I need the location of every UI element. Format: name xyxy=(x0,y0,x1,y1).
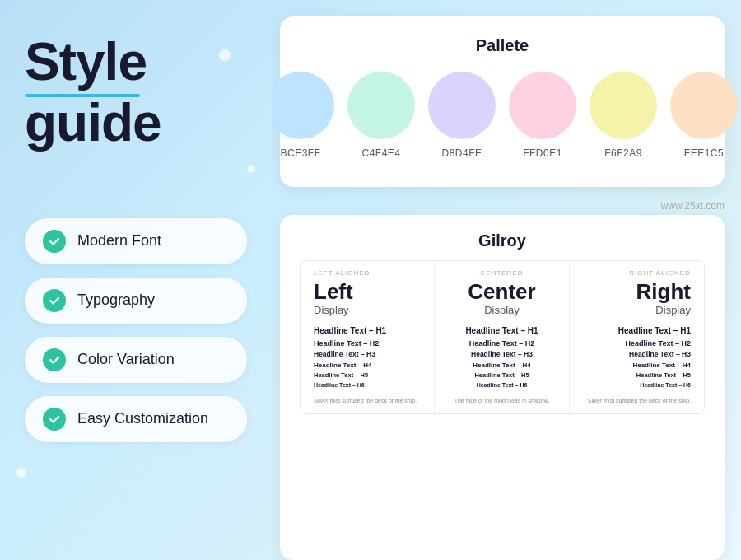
features-list: Modern Font Typography Color Variation xyxy=(25,218,247,442)
col-alignment-label: CENTERED xyxy=(448,269,555,277)
color-label: BCE3FF xyxy=(280,147,320,159)
watermark: www.25xt.com xyxy=(280,197,725,215)
decorative-dot xyxy=(219,49,231,61)
headline-h2: Headline Text – H2 xyxy=(448,338,555,349)
check-icon xyxy=(43,230,66,253)
typo-col-right: RIGHT ALIGNED Right Display Headline Tex… xyxy=(570,261,704,413)
color-label: FEE1C5 xyxy=(684,147,724,159)
headline-h5: Headline Text – H5 xyxy=(583,371,691,380)
color-item-FFD0E1: FFD0E1 xyxy=(509,72,576,159)
palette-circles: BCE3FF C4F4E4 D8D4FE FFD0E1 F6F2A9 FEE1C… xyxy=(305,72,700,159)
body-text: The face of the moon was in shadow. xyxy=(448,397,555,406)
feature-item-color-variation: Color Variation xyxy=(25,337,247,383)
col-sub-label: Display xyxy=(314,304,421,316)
color-label: FFD0E1 xyxy=(523,147,562,159)
headline-h1: Headline Text – H1 xyxy=(314,324,421,338)
check-icon xyxy=(43,289,66,312)
color-circle xyxy=(428,72,496,139)
typo-col-center: CENTERED Center Display Headline Text – … xyxy=(435,261,569,413)
col-main-label: Center xyxy=(448,280,555,304)
feature-label: Color Variation xyxy=(77,351,175,368)
decorative-dot xyxy=(247,165,255,173)
typography-inner: LEFT ALIGNED Left Display Headline Text … xyxy=(300,260,705,414)
color-circle xyxy=(509,72,576,139)
decorative-dot xyxy=(16,468,26,478)
headline-h2: Headline Text – H2 xyxy=(314,338,421,349)
left-panel: Style guide Modern Font Typography xyxy=(0,0,272,560)
headline-h4: Headline Text – H4 xyxy=(314,361,421,371)
check-icon xyxy=(43,408,66,431)
feature-item-modern-font: Modern Font xyxy=(25,218,247,264)
headline-h6: Headline Text – H6 xyxy=(448,380,555,390)
headline-h3: Headline Text – H3 xyxy=(314,349,421,361)
palette-title: Pallete xyxy=(305,36,700,55)
body-text: Silver mist suffused the deck of the shi… xyxy=(583,397,691,406)
color-label: C4F4E4 xyxy=(361,147,400,159)
feature-item-easy-customization: Easy Customization xyxy=(25,396,247,442)
col-sub-label: Display xyxy=(583,304,691,316)
color-circle xyxy=(272,72,334,139)
title-block: Style guide xyxy=(25,33,247,152)
col-main-label: Right xyxy=(583,280,691,304)
headline-h5: Headline Text – H5 xyxy=(314,371,421,380)
body-text: Silver mist suffused the deck of the shi… xyxy=(314,397,421,406)
typography-card: Gilroy LEFT ALIGNED Left Display Headlin… xyxy=(280,215,725,560)
color-circle xyxy=(347,72,415,139)
feature-label: Modern Font xyxy=(77,232,161,250)
headline-h2: Headline Text – H2 xyxy=(583,338,691,349)
headline-h3: Headline Text – H3 xyxy=(583,349,691,361)
headline-h5: Headline Text – H5 xyxy=(448,371,555,380)
title-line1: Style xyxy=(25,33,247,91)
headline-h3: Headline Text – H3 xyxy=(448,349,555,361)
feature-label: Typography xyxy=(77,292,155,309)
color-label: F6F2A9 xyxy=(604,147,642,159)
color-label: D8D4FE xyxy=(441,147,482,159)
headline-list: Headline Text – H1Headline Text – H2Head… xyxy=(314,324,421,390)
title-line2: guide xyxy=(25,94,247,152)
color-item-D8D4FE: D8D4FE xyxy=(428,72,496,159)
headline-h6: Headline Text – H6 xyxy=(583,380,691,390)
headline-h1: Headline Text – H1 xyxy=(448,324,555,338)
check-icon xyxy=(43,348,66,371)
col-sub-label: Display xyxy=(448,304,555,316)
headline-h6: Headline Text – H6 xyxy=(314,380,421,390)
typo-col-left: LEFT ALIGNED Left Display Headline Text … xyxy=(301,261,435,413)
col-main-label: Left xyxy=(314,280,421,304)
color-circle xyxy=(670,72,738,139)
color-item-F6F2A9: F6F2A9 xyxy=(590,72,657,159)
right-panel: Pallete BCE3FF C4F4E4 D8D4FE FFD0E1 F6F2… xyxy=(272,0,741,560)
color-item-FEE1C5: FEE1C5 xyxy=(670,72,738,159)
feature-item-typography: Typography xyxy=(25,278,247,324)
col-alignment-label: RIGHT ALIGNED xyxy=(583,269,691,277)
col-alignment-label: LEFT ALIGNED xyxy=(314,269,421,277)
color-circle xyxy=(590,72,657,139)
headline-h4: Headline Text – H4 xyxy=(448,361,555,371)
feature-label: Easy Customization xyxy=(77,410,208,427)
color-item-C4F4E4: C4F4E4 xyxy=(347,72,415,159)
headline-list: Headline Text – H1Headline Text – H2Head… xyxy=(448,324,555,390)
headline-h1: Headline Text – H1 xyxy=(583,324,691,338)
color-item-BCE3FF: BCE3FF xyxy=(272,72,334,159)
headline-list: Headline Text – H1Headline Text – H2Head… xyxy=(583,324,691,390)
palette-card: Pallete BCE3FF C4F4E4 D8D4FE FFD0E1 F6F2… xyxy=(280,16,725,187)
headline-h4: Headline Text – H4 xyxy=(583,361,691,371)
typography-title: Gilroy xyxy=(300,231,705,250)
decorative-dot xyxy=(216,372,222,379)
typography-columns: LEFT ALIGNED Left Display Headline Text … xyxy=(301,261,704,413)
